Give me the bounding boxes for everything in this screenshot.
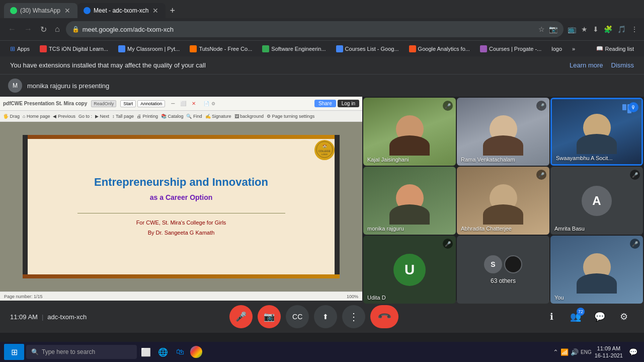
menu-icon[interactable]: ⋮ bbox=[631, 25, 638, 33]
profile-icon[interactable]: 🎵 bbox=[617, 25, 626, 33]
star-icon[interactable]: ☆ bbox=[538, 25, 545, 33]
mute-button[interactable]: 🎤 bbox=[229, 305, 253, 328]
pdf-restore[interactable]: ⬜ bbox=[178, 101, 188, 106]
participant-tile-rama[interactable]: Rama Venkatachalam 🎤 bbox=[457, 98, 549, 166]
presenter-avatar: M bbox=[8, 79, 22, 93]
se-icon bbox=[262, 45, 269, 52]
store-icon[interactable]: 🛍 bbox=[173, 345, 187, 359]
slide-for-text: For CWE, St. Mira's College for Girls bbox=[136, 220, 226, 226]
tab-whatsapp-title: (30) WhatsApp bbox=[20, 7, 60, 14]
edge-icon[interactable]: 🌐 bbox=[156, 345, 170, 359]
participant-tile-kajal[interactable]: Kajal Jaisinghani 🎤 bbox=[363, 98, 456, 166]
home-button[interactable]: ⌂ bbox=[53, 23, 62, 36]
tab-whatsapp-close[interactable]: ✕ bbox=[63, 6, 71, 16]
taskview-icon[interactable]: ⬜ bbox=[139, 345, 153, 359]
people-button[interactable]: 👥 72 bbox=[566, 307, 586, 327]
slide-border-top bbox=[23, 135, 340, 139]
presentation-area: pdfCWE Presentation St. Mira copy ReadOn… bbox=[0, 97, 362, 301]
participant-tile-you[interactable]: You 🎤 bbox=[550, 236, 643, 304]
search-bar[interactable]: 🔍 Type here to search bbox=[26, 345, 137, 359]
pdf-find-btn[interactable]: 🔍 Find bbox=[186, 114, 202, 119]
system-tray: ⌃ 📶 🔊 ENG 11:09 AM 16-11-2021 💬 bbox=[553, 345, 640, 359]
bookmark-analytics[interactable]: Google Analytics fo... bbox=[405, 44, 474, 54]
tray-icons: ⌃ 📶 🔊 ENG bbox=[553, 348, 592, 356]
captions-button[interactable]: CC bbox=[286, 305, 309, 328]
pdf-action-buttons: Share Log in bbox=[314, 100, 359, 107]
participant-name-others: 63 others bbox=[491, 277, 516, 284]
clock-date: 16-11-2021 bbox=[595, 352, 623, 359]
learn-more-link[interactable]: Learn more bbox=[570, 61, 603, 69]
pdf-close[interactable]: ✕ bbox=[190, 101, 198, 106]
more-options-button[interactable]: ⋮ bbox=[342, 305, 365, 328]
network-icon[interactable]: 📶 bbox=[560, 348, 569, 356]
battery-icon[interactable]: ENG bbox=[581, 348, 592, 356]
volume-icon[interactable]: 🔊 bbox=[571, 348, 579, 356]
bookmark-icon[interactable]: ★ bbox=[581, 25, 588, 33]
pdf-signature-btn[interactable]: ✍ Signature bbox=[205, 114, 231, 119]
participant-tile-others[interactable]: S 63 others bbox=[457, 236, 549, 304]
apps-icon: ⊞ bbox=[10, 45, 15, 52]
participant-tile-abhradita[interactable]: Abhradita Chatterjee 🎤 bbox=[457, 167, 549, 235]
forward-button[interactable]: → bbox=[22, 23, 34, 36]
bookmark-logo[interactable]: logo bbox=[547, 44, 566, 53]
participant-tile-amrita[interactable]: A Amrita Basu 🎤 bbox=[550, 167, 643, 235]
download-icon[interactable]: ⬇ bbox=[593, 25, 599, 33]
pdf-printing-btn[interactable]: 🖨 Printing bbox=[137, 114, 158, 119]
tab-meet-close[interactable]: ✕ bbox=[151, 6, 159, 16]
slide-logo: 🏫 COLLEGE LOGO bbox=[314, 140, 335, 160]
bookmark-tcs[interactable]: TCS iON Digital Learn... bbox=[36, 44, 112, 54]
pdf-start-btn[interactable]: Start bbox=[120, 100, 136, 107]
bookmark-courses-list[interactable]: Courses List - Goog... bbox=[332, 44, 403, 54]
pdf-share-button[interactable]: Share bbox=[314, 100, 336, 107]
start-button[interactable]: ⊞ bbox=[4, 344, 24, 360]
pdf-prev-btn[interactable]: ◀ Previous bbox=[53, 114, 75, 119]
participant-tile-swaayambhu[interactable]: Swaayambhu A Socit... 🎙 bbox=[550, 98, 643, 166]
tab-whatsapp[interactable]: (30) WhatsApp ✕ bbox=[4, 3, 77, 18]
up-arrow-tray[interactable]: ⌃ bbox=[553, 348, 558, 356]
reading-list-button[interactable]: 📖 Reading list bbox=[592, 44, 638, 53]
pdf-tallpage-btn[interactable]: ↕ Tall page bbox=[112, 114, 134, 119]
more-bookmarks-button[interactable]: » bbox=[568, 44, 579, 53]
whatsapp-icon bbox=[10, 7, 17, 14]
participant-tile-monika[interactable]: monika rajguru bbox=[363, 167, 456, 235]
chrome-icon[interactable] bbox=[190, 346, 202, 358]
address-icons: ☆ 📷 bbox=[538, 25, 557, 33]
pdf-drag-btn[interactable]: 🖐 Drag bbox=[3, 114, 20, 119]
clock[interactable]: 11:09 AM 16-11-2021 bbox=[595, 345, 623, 359]
slide-title: Entrepreneurship and Innovation bbox=[94, 176, 268, 189]
notification-icon[interactable]: 💬 bbox=[626, 345, 640, 359]
bookmark-apps[interactable]: ⊞ Apps bbox=[6, 44, 34, 54]
participants-grid: Kajal Jaisinghani 🎤 Rama Venkatachalam 🎤 bbox=[362, 97, 644, 301]
bookmark-classroom[interactable]: My Classroom | Pyt... bbox=[114, 44, 184, 54]
participant-tile-udita[interactable]: U Udita D 🎤 bbox=[363, 236, 456, 304]
back-button[interactable]: ← bbox=[6, 23, 18, 36]
cast-icon[interactable]: 📺 bbox=[568, 25, 576, 33]
dismiss-button[interactable]: Dismiss bbox=[611, 61, 634, 69]
activities-button[interactable]: ⚙ bbox=[614, 307, 634, 327]
pdf-nav-controls: Start Annotation bbox=[120, 100, 165, 107]
address-bar[interactable]: 🔒 meet.google.com/adc-txom-xch ☆ 📷 bbox=[66, 21, 564, 37]
extensions-icon[interactable]: 🧩 bbox=[604, 25, 612, 33]
pdf-catalog-btn[interactable]: 📚 Catalog bbox=[161, 114, 184, 119]
svg-text:LOGO: LOGO bbox=[321, 153, 328, 156]
pdf-login-button[interactable]: Log in bbox=[338, 100, 359, 107]
new-tab-button[interactable]: + bbox=[166, 4, 179, 18]
pdf-next-btn[interactable]: ▶ Next bbox=[95, 114, 109, 119]
pdf-settings-btn[interactable]: ⚙ Page turning settings bbox=[267, 114, 314, 119]
bookmark-progate[interactable]: Courses | Progate -... bbox=[476, 44, 545, 54]
tab-meet[interactable]: Meet - adc-txom-xch ✕ bbox=[77, 3, 166, 18]
pdf-home-btn[interactable]: ⌂ Home page bbox=[23, 114, 50, 119]
bookmark-tutsnode[interactable]: TutsNode - Free Co... bbox=[186, 44, 256, 54]
participant-name-udita: Udita D bbox=[367, 295, 386, 301]
chat-button[interactable]: 💬 bbox=[590, 307, 610, 327]
bookmark-se[interactable]: Software Engineerin... bbox=[258, 44, 330, 54]
video-button[interactable]: 📷 bbox=[258, 305, 281, 328]
present-button[interactable]: ⬆ bbox=[314, 305, 337, 328]
camera-icon[interactable]: 📷 bbox=[549, 25, 557, 33]
reload-button[interactable]: ↻ bbox=[38, 23, 49, 36]
info-button[interactable]: ℹ bbox=[541, 307, 561, 327]
end-call-button[interactable]: 📞 bbox=[370, 305, 398, 328]
pdf-background-btn[interactable]: 🖼 background bbox=[234, 114, 264, 119]
pdf-annotation-btn[interactable]: Annotation bbox=[137, 100, 165, 107]
pdf-minimize[interactable]: ─ bbox=[169, 101, 177, 106]
